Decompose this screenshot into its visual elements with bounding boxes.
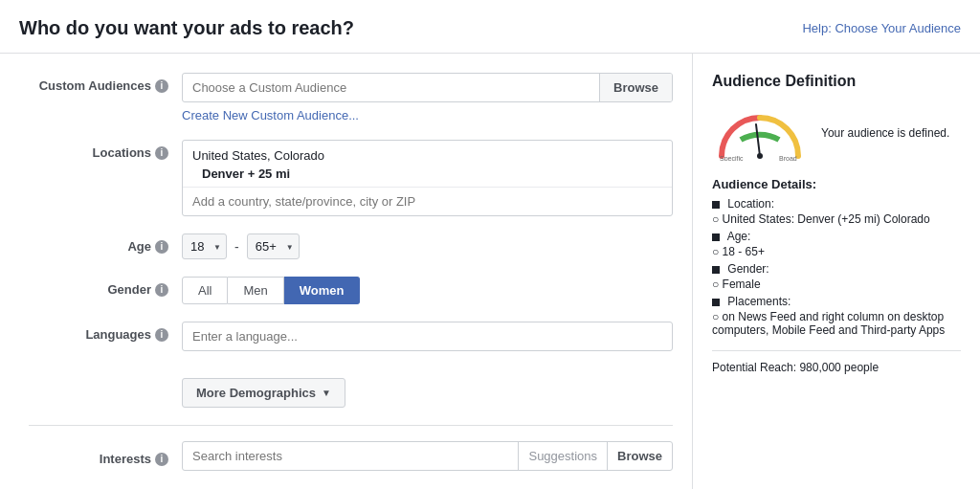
age-min-wrapper: 18 21 25 <box>182 233 227 259</box>
gender-values-list: Female <box>712 278 961 291</box>
languages-field <box>182 322 673 351</box>
gauge-broad-label: Broad <box>779 155 797 161</box>
age-min-select[interactable]: 18 21 25 <box>182 233 227 259</box>
custom-audiences-input-browse: Browse <box>182 73 673 102</box>
languages-label: Languages i <box>29 322 182 342</box>
more-demographics-label-spacer <box>29 368 182 374</box>
chevron-down-icon: ▼ <box>322 388 331 398</box>
more-demographics-field: More Demographics ▼ <box>182 368 673 408</box>
age-values-list: 18 - 65+ <box>712 245 961 258</box>
interests-suggestions-link[interactable]: Suggestions <box>518 442 607 470</box>
location-box: United States, Colorado Denver + 25 mi <box>182 140 673 216</box>
location-country: United States, Colorado <box>183 141 672 167</box>
custom-audiences-field: Browse Create New Custom Audience... <box>182 73 673 122</box>
interests-field: Suggestions Browse <box>182 441 673 471</box>
gauge-visual: Specific Broad <box>712 103 808 164</box>
custom-audiences-browse-button[interactable]: Browse <box>599 74 672 101</box>
gauge-description: Your audience is defined. <box>821 125 949 142</box>
more-demographics-button[interactable]: More Demographics ▼ <box>182 378 345 408</box>
age-detail-label: Age: <box>727 230 751 243</box>
placements-values-list: on News Feed and right column on desktop… <box>712 310 961 337</box>
age-row: Age i 18 21 25 - <box>29 233 673 259</box>
placements-bullet <box>712 299 720 306</box>
gender-all-button[interactable]: All <box>182 277 228 304</box>
more-demographics-label: More Demographics <box>196 386 316 400</box>
help-link[interactable]: Help: Choose Your Audience <box>802 21 961 35</box>
main-content: Custom Audiences i Browse Create New Cus… <box>0 54 980 489</box>
age-label: Age i <box>29 233 182 254</box>
age-dash: - <box>234 239 239 255</box>
section-divider <box>29 425 673 426</box>
locations-label: Locations i <box>29 140 182 160</box>
page-header: Who do you want your ads to reach? Help:… <box>0 0 980 54</box>
placements-detail-item: Placements: on News Feed and right colum… <box>712 295 961 337</box>
age-max-select[interactable]: 65+ 35 45 <box>247 233 300 259</box>
interests-info-icon[interactable]: i <box>155 453 168 466</box>
gender-label: Gender i <box>29 277 182 297</box>
gauge-specific-label: Specific <box>720 155 744 161</box>
gender-detail-label: Gender: <box>727 262 768 276</box>
page-title: Who do you want your ads to reach? <box>19 17 354 39</box>
location-detail-label: Location: <box>727 197 774 211</box>
age-info-icon[interactable]: i <box>155 240 168 254</box>
location-bullet <box>712 201 720 209</box>
interests-search-input[interactable] <box>183 442 518 470</box>
custom-audiences-info-icon[interactable]: i <box>155 79 168 93</box>
locations-field: United States, Colorado Denver + 25 mi <box>182 140 673 216</box>
gender-buttons: All Men Women <box>182 277 673 304</box>
left-panel: Custom Audiences i Browse Create New Cus… <box>0 54 693 489</box>
languages-info-icon[interactable]: i <box>155 328 168 342</box>
locations-info-icon[interactable]: i <box>155 146 168 160</box>
gender-value-0: Female <box>712 278 961 291</box>
audience-details-list: Location: United States: Denver (+25 mi)… <box>712 197 961 337</box>
languages-row: Languages i <box>29 322 673 351</box>
gender-women-button[interactable]: Women <box>284 277 361 304</box>
locations-row: Locations i United States, Colorado Denv… <box>29 140 673 216</box>
gender-info-icon[interactable]: i <box>155 283 168 297</box>
placements-detail-label: Placements: <box>727 295 791 308</box>
age-bullet <box>712 233 720 241</box>
age-field: 18 21 25 - 65+ 35 45 <box>182 233 673 259</box>
location-value-0: United States: Denver (+25 mi) Colorado <box>712 212 961 226</box>
custom-audiences-row: Custom Audiences i Browse Create New Cus… <box>29 73 673 122</box>
audience-definition-title: Audience Definition <box>712 73 961 90</box>
age-max-wrapper: 65+ 35 45 <box>247 233 300 259</box>
interests-label: Interests i <box>29 446 182 466</box>
age-controls: 18 21 25 - 65+ 35 45 <box>182 233 673 259</box>
gender-men-button[interactable]: Men <box>228 277 283 304</box>
language-input[interactable] <box>182 322 673 351</box>
gauge-svg: Specific Broad <box>712 103 808 161</box>
interests-input-box: Suggestions Browse <box>182 441 673 471</box>
right-panel: Audience Definition Specific Broad <box>693 54 980 489</box>
custom-audiences-input[interactable] <box>183 74 599 101</box>
audience-details: Audience Details: Location: United State… <box>712 177 961 337</box>
location-values-list: United States: Denver (+25 mi) Colorado <box>712 212 961 226</box>
create-custom-audience-link[interactable]: Create New Custom Audience... <box>182 108 359 122</box>
age-value-0: 18 - 65+ <box>712 245 961 258</box>
interests-browse-link[interactable]: Browse <box>607 442 672 470</box>
placements-value-0: on News Feed and right column on desktop… <box>712 310 961 337</box>
potential-reach: Potential Reach: 980,000 people <box>712 350 961 374</box>
location-input[interactable] <box>183 187 672 215</box>
interests-row: Interests i Suggestions Browse <box>29 441 673 471</box>
svg-line-0 <box>756 124 760 156</box>
custom-audiences-label: Custom Audiences i <box>29 73 182 93</box>
gender-bullet <box>712 266 720 274</box>
gender-detail-item: Gender: Female <box>712 262 961 291</box>
age-detail-item: Age: 18 - 65+ <box>712 230 961 258</box>
gender-row: Gender i All Men Women <box>29 277 673 304</box>
audience-details-title: Audience Details: <box>712 177 961 191</box>
gauge-container: Specific Broad Your audience is defined. <box>712 103 961 164</box>
svg-point-1 <box>757 153 763 159</box>
gender-field: All Men Women <box>182 277 673 304</box>
more-demographics-row: More Demographics ▼ <box>29 368 673 408</box>
location-detail: Denver + 25 mi <box>183 167 672 183</box>
location-detail-item: Location: United States: Denver (+25 mi)… <box>712 197 961 226</box>
